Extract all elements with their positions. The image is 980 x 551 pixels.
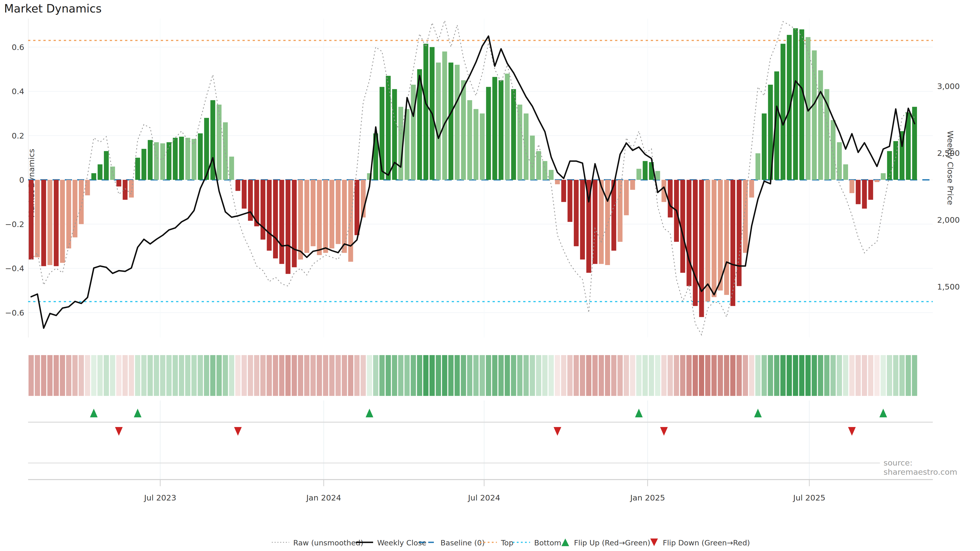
dotted-orange-line-icon xyxy=(479,540,497,546)
legend-item-bottom[interactable]: Bottom xyxy=(512,535,561,551)
heatmap-cell xyxy=(473,355,479,396)
heatmap-cell xyxy=(47,355,52,396)
indicator-bar xyxy=(29,180,34,259)
heatmap-cell xyxy=(103,355,109,396)
heatmap-cell xyxy=(292,355,297,396)
indicator-bar xyxy=(643,161,648,180)
heatmap-cell xyxy=(336,355,341,396)
legend-item-baseline[interactable]: Baseline (0) xyxy=(418,535,485,551)
heatmap-cell xyxy=(824,355,830,396)
indicator-bar xyxy=(160,143,165,180)
indicator-bar xyxy=(467,100,472,180)
heatmap-cell xyxy=(793,355,798,396)
chart-legend: Raw (unsmoothed)Weekly CloseBaseline (0)… xyxy=(0,535,980,551)
heatmap-cell xyxy=(643,355,648,396)
heatmap-cell xyxy=(410,355,416,396)
heatmap-cell xyxy=(674,355,679,396)
heatmap-cell xyxy=(680,355,686,396)
indicator-bar xyxy=(793,28,798,180)
legend-item-flip-down[interactable]: Flip Down (Green→Red) xyxy=(649,535,750,551)
indicator-bar xyxy=(304,180,309,253)
heatmap-cell xyxy=(555,355,560,396)
indicator-bar xyxy=(129,180,134,197)
indicator-bar xyxy=(235,180,240,191)
heatmap-cell xyxy=(693,355,698,396)
heatmap-cell xyxy=(91,355,97,396)
legend-item-top[interactable]: Top xyxy=(479,535,514,551)
heatmap-cell xyxy=(342,355,347,396)
heatmap-cell xyxy=(818,355,823,396)
heatmap-cell xyxy=(417,355,422,396)
legend-item-close[interactable]: Weekly Close xyxy=(355,535,426,551)
heatmap-cell xyxy=(223,355,228,396)
heatmap-cell xyxy=(148,355,153,396)
heatmap-cell xyxy=(862,355,867,396)
green-up-triangle-icon xyxy=(560,538,570,548)
heatmap-cell xyxy=(549,355,554,396)
heatmap-cell xyxy=(373,355,379,396)
x-axis-tick-label: Jan 2024 xyxy=(306,493,341,502)
heatmap-cell xyxy=(856,355,861,396)
indicator-bar xyxy=(593,180,597,264)
heatmap-cell xyxy=(850,355,855,396)
heatmap-cell xyxy=(530,355,535,396)
heatmap-cell xyxy=(348,355,353,396)
heatmap-cell xyxy=(668,355,673,396)
heatmap-cell xyxy=(605,355,610,396)
red-down-triangle-icon xyxy=(649,538,659,548)
market-dynamics-chart: 0.60.40.20−0.2−0.4−0.63,0002,5002,0001,5… xyxy=(0,0,980,551)
indicator-bar xyxy=(423,44,428,180)
indicator-bar xyxy=(310,180,315,246)
indicator-bar xyxy=(705,180,710,302)
indicator-bar xyxy=(323,180,328,253)
heatmap-cell xyxy=(285,355,291,396)
heatmap-cell xyxy=(730,355,735,396)
indicator-bar xyxy=(843,164,848,180)
indicator-bar xyxy=(812,51,817,180)
heatmap-cell xyxy=(35,355,40,396)
indicator-bar xyxy=(449,62,453,180)
legend-label: Raw (unsmoothed) xyxy=(293,538,363,547)
heatmap-cell xyxy=(567,355,573,396)
dotted-gray-line-icon xyxy=(271,540,290,546)
flip-up-marker xyxy=(635,409,643,417)
legend-item-raw[interactable]: Raw (unsmoothed) xyxy=(271,535,363,551)
indicator-bar xyxy=(317,180,322,255)
heatmap-cell xyxy=(780,355,786,396)
indicator-bar xyxy=(831,120,835,180)
heatmap-cell xyxy=(586,355,592,396)
heatmap-cell xyxy=(354,355,360,396)
heatmap-cell xyxy=(380,355,385,396)
heatmap-cell xyxy=(906,355,911,396)
indicator-bar xyxy=(781,44,786,180)
heatmap-cell xyxy=(110,355,115,396)
indicator-bar xyxy=(856,180,861,204)
indicator-bar xyxy=(261,180,266,240)
indicator-bar xyxy=(442,52,447,180)
indicator-bar xyxy=(555,180,560,184)
indicator-bar xyxy=(185,138,190,180)
heatmap-cell xyxy=(423,355,428,396)
heatmap-cell xyxy=(54,355,59,396)
indicator-bar xyxy=(148,140,153,180)
indicator-bar xyxy=(229,157,234,180)
heatmap-cell xyxy=(661,355,667,396)
heatmap-cell xyxy=(574,355,579,396)
heatmap-cell xyxy=(699,355,704,396)
heatmap-cell xyxy=(85,355,90,396)
heatmap-cell xyxy=(449,355,454,396)
indicator-bar xyxy=(868,180,873,200)
flip-up-marker xyxy=(754,409,762,417)
indicator-bar xyxy=(636,169,641,180)
heatmap-cell xyxy=(204,355,209,396)
indicator-bar xyxy=(624,180,629,215)
indicator-bar xyxy=(561,180,566,202)
right-axis-tick-label: 2,000 xyxy=(937,215,960,224)
heatmap-cell xyxy=(298,355,303,396)
legend-item-flip-up[interactable]: Flip Up (Red→Green) xyxy=(560,535,650,551)
heatmap-cell xyxy=(41,355,46,396)
indicator-bar xyxy=(217,105,221,180)
indicator-bar xyxy=(79,180,84,224)
indicator-bar xyxy=(574,180,579,246)
indicator-bar xyxy=(737,180,741,286)
